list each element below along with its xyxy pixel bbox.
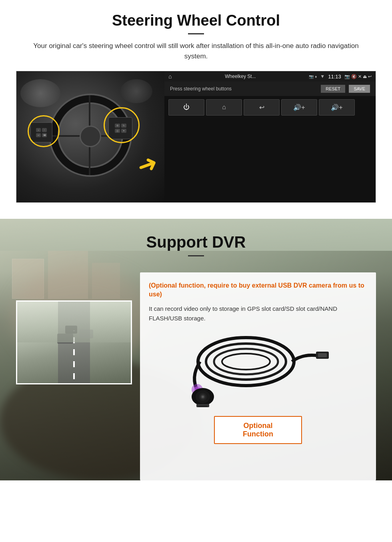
svg-point-3 (222, 354, 270, 370)
steering-title: Steering Wheel Control (16, 12, 376, 29)
dvr-header: Support DVR (0, 219, 392, 264)
screen-time: 11:13 (328, 74, 341, 80)
steering-composite-image: + ↑ ↩ ☎ ⚙ ↻ ◎ ✦ (16, 71, 376, 203)
steering-title-divider (188, 33, 204, 34)
steering-section: Steering Wheel Control Your original car… (0, 0, 392, 219)
svg-point-2 (214, 349, 278, 374)
save-button[interactable]: SAVE (349, 85, 370, 93)
screen-topbar: ⌂ Wheelkey St... 📷 ♦ ▼ 11:13 📷 🔇 ✕ ⏏ ↩ (164, 71, 376, 82)
svg-point-12 (202, 396, 204, 398)
highlight-circle-right (104, 107, 140, 143)
dvr-camera-illustration (149, 330, 367, 410)
vol-up-button-1[interactable]: 🔊+ (281, 99, 317, 116)
svg-rect-5 (318, 353, 327, 357)
vol-up-button-2[interactable]: 🔊+ (319, 99, 355, 116)
home-screen-button[interactable]: ⌂ (206, 99, 242, 116)
screen-panel: ⌂ Wheelkey St... 📷 ♦ ▼ 11:13 📷 🔇 ✕ ⏏ ↩ P… (164, 71, 376, 202)
dvr-title-divider (188, 255, 204, 256)
steering-photo: + ↑ ↩ ☎ ⚙ ↻ ◎ ✦ (16, 71, 164, 202)
screen-app-title: Wheelkey St... (175, 74, 306, 79)
dvr-optional-text: (Optional function, require to buy exter… (149, 281, 367, 299)
dvr-inset-image (16, 300, 132, 384)
dvr-info-card: (Optional function, require to buy exter… (140, 272, 376, 480)
svg-rect-14 (198, 406, 208, 407)
dvr-title: Support DVR (0, 233, 392, 251)
screen-status-icons: 📷 🔇 ✕ ⏏ ↩ (344, 74, 372, 79)
back-button[interactable]: ↩ (244, 99, 280, 116)
screen-instruction-bar: Press steering wheel buttons RESET SAVE (164, 82, 376, 96)
dvr-content-row: (Optional function, require to buy exter… (16, 268, 376, 480)
optional-function-button[interactable]: Optional Function (214, 416, 302, 444)
instruction-text: Press steering wheel buttons (170, 86, 232, 92)
arrow-icon: ➜ (133, 148, 162, 181)
home-icon: ⌂ (168, 73, 172, 80)
power-button[interactable]: ⏻ (168, 99, 204, 116)
dvr-description: It can record video only to storage in G… (149, 304, 367, 323)
sw-center-hub (80, 126, 101, 147)
dvr-section: Support DVR (Optional function, require … (0, 219, 392, 480)
screen-function-buttons: ⏻ ⌂ ↩ 🔊+ 🔊+ (164, 96, 376, 119)
steering-description: Your original car's steering wheel contr… (32, 41, 360, 61)
highlight-circle-left (28, 115, 60, 147)
reset-button[interactable]: RESET (321, 85, 345, 93)
